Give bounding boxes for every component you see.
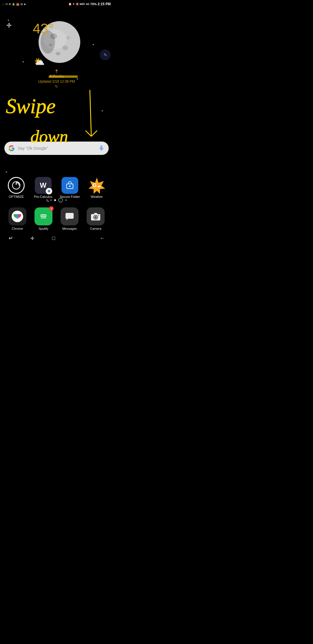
edit-button[interactable]: ✎ (100, 49, 111, 60)
location-name-container: Atlanta (49, 74, 64, 79)
app-grid: OPTIMIZE W Pre-Calculus (0, 177, 113, 198)
minus-icon: ⊖ (20, 2, 23, 6)
secure-folder-icon (61, 177, 78, 194)
optimize-icon (8, 177, 25, 194)
dock-item-camera[interactable]: Camera (87, 207, 105, 230)
nav-bar: ↵ ✛ □ ← (0, 231, 113, 245)
dock-item-chrome[interactable]: Chrome (8, 207, 26, 230)
secure-folder-label: Secure Folder (60, 195, 80, 198)
location-pin-icon: 📍 (17, 69, 96, 74)
chrome-dock-icon (8, 207, 26, 225)
microphone-icon[interactable] (98, 145, 105, 151)
wifi-icon: WiFi (80, 3, 85, 6)
page-dot-home: ⌂ (58, 198, 63, 202)
svg-rect-9 (61, 33, 64, 34)
battery-level: 70% (90, 2, 97, 6)
spotify-status-icon: ♫ (2, 3, 5, 6)
secure-folder-svg (65, 181, 74, 190)
svg-point-4 (66, 36, 70, 39)
svg-point-3 (56, 52, 60, 55)
weather-icon-container: G ☁ (88, 177, 105, 194)
google-search-bar[interactable]: Say "Ok Google" (4, 142, 109, 155)
svg-marker-28 (67, 219, 68, 220)
dock-item-spotify[interactable]: 1 Spotify (34, 207, 52, 230)
chrome-svg (11, 210, 24, 223)
page-dot-1 (46, 199, 48, 201)
page-dot-active (54, 199, 56, 201)
recent-apps-button[interactable]: ↵ (5, 232, 17, 244)
precalculus-label: Pre-Calculus (34, 195, 52, 198)
camera-dock-label: Camera (90, 227, 101, 230)
home-button[interactable]: □ (48, 232, 59, 244)
svg-point-19 (48, 190, 50, 192)
precalc-icon-container: W (35, 177, 52, 194)
weather-g-icon: G ☁ (92, 182, 101, 189)
search-placeholder[interactable]: Say "Ok Google" (18, 146, 95, 151)
messages-dock-label: Messages (62, 227, 77, 230)
precalc-letter: W (40, 181, 46, 189)
updated-time: Updated 2/19 12:39 PM (17, 79, 96, 84)
record-icon: ⊡ (6, 3, 8, 6)
back-button[interactable]: ← (97, 232, 108, 244)
app-item-secure-folder[interactable]: Secure Folder (58, 177, 81, 198)
photo-icon: ⊞ (9, 3, 11, 6)
page-dot-4 (65, 199, 67, 201)
google-g-icon (8, 145, 15, 151)
app-item-optimize[interactable]: OPTIMIZE (5, 177, 28, 198)
chrome-badge-icon (46, 188, 52, 194)
lock-icon: 🔒 (12, 3, 15, 6)
dock-item-messages[interactable]: Messages (61, 207, 79, 230)
messages-dock-icon (61, 207, 79, 225)
svg-point-31 (94, 216, 97, 218)
weather-label: Weather (91, 195, 103, 198)
mute-icon: 🔇 (76, 3, 79, 6)
moon-graphic: 43° ⛅ (30, 16, 83, 68)
add-widget-button[interactable]: ✛ (6, 22, 12, 29)
optimize-icon-svg (12, 181, 21, 190)
svg-point-21 (69, 186, 71, 187)
status-icons-right: ⏰ ✦ 🔇 WiFi 4G 70% 2:15 PM (68, 2, 111, 6)
compass-icon: ◈ (24, 3, 26, 6)
spotify-badge: 1 (49, 206, 54, 211)
firefox-icon: 🦊 (16, 3, 19, 6)
status-icons-left: ♫ ⊡ ⊞ 🔒 🦊 ⊖ ◈ (2, 2, 26, 6)
svg-rect-27 (65, 213, 74, 219)
page-dots: ⌂ (0, 198, 113, 202)
messages-svg (64, 211, 75, 222)
svg-point-32 (98, 215, 99, 216)
svg-point-25 (16, 215, 19, 218)
time-display: 2:15 PM (98, 2, 111, 6)
chrome-dock-label: Chrome (12, 227, 23, 230)
spacer (69, 232, 87, 244)
signal-icon: 4G (86, 3, 90, 6)
page-dot-2 (50, 199, 52, 201)
condition-icon: ⛅ (34, 57, 45, 67)
refresh-icon[interactable]: ↻ (55, 84, 58, 88)
add-home-button[interactable]: ✛ (26, 232, 38, 244)
spotify-dock-icon: 1 (34, 207, 52, 225)
camera-dock-icon (87, 207, 105, 225)
spotify-svg (38, 211, 49, 222)
weather-widget[interactable]: 43° ⛅ 📍 Atlanta Updated 2/19 12:39 PM ↻ (17, 16, 96, 89)
location-name: Atlanta (49, 74, 64, 79)
status-bar: ♫ ⊡ ⊞ 🔒 🦊 ⊖ ◈ ⏰ ✦ 🔇 WiFi 4G 70% 2:15 PM (0, 0, 113, 8)
temperature-display: 43° (33, 22, 54, 36)
optimize-label: OPTIMIZE (9, 195, 24, 198)
alarm-icon: ⏰ (68, 3, 72, 6)
camera-svg (90, 211, 101, 222)
app-item-precalculus[interactable]: W Pre-Calculus (32, 177, 55, 198)
dock: Chrome 1 Spotify Messages (0, 207, 113, 230)
location-section: 📍 Atlanta Updated 2/19 12:39 PM ↻ (17, 69, 96, 89)
bluetooth-icon: ✦ (72, 3, 75, 6)
app-item-weather[interactable]: G ☁ Weather (85, 177, 108, 198)
spotify-dock-label: Spotify (39, 227, 48, 230)
